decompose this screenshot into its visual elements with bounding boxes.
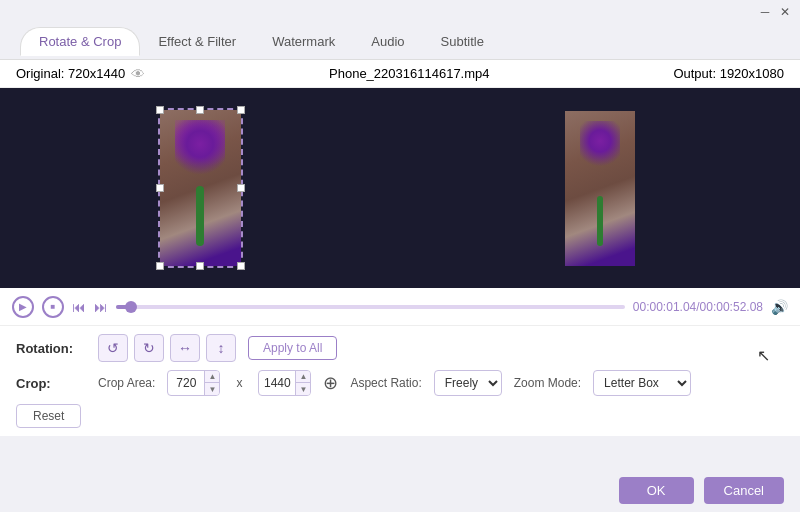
next-frame-button[interactable]: ⏭	[94, 299, 108, 315]
minimize-button[interactable]: ─	[758, 5, 772, 19]
input-video-content	[160, 110, 241, 266]
apply-to-all-button[interactable]: Apply to All	[248, 336, 337, 360]
header-info: Original: 720x1440 👁 Phone_220316114617.…	[0, 60, 800, 88]
zoom-mode-label: Zoom Mode:	[514, 376, 581, 390]
output-flower	[580, 121, 620, 171]
tab-rotate-crop[interactable]: Rotate & Crop	[20, 27, 140, 56]
zoom-mode-select[interactable]: Letter Box Pan & Scan Full	[593, 370, 691, 396]
prev-frame-button[interactable]: ⏮	[72, 299, 86, 315]
aspect-ratio-select[interactable]: Freely 16:9 4:3 1:1 9:16	[434, 370, 502, 396]
crop-handle-tr[interactable]	[237, 106, 245, 114]
crop-width-input[interactable]	[168, 376, 204, 390]
crop-handle-br[interactable]	[237, 262, 245, 270]
crop-handle-tm[interactable]	[196, 106, 204, 114]
tab-audio[interactable]: Audio	[353, 28, 422, 55]
height-down-button[interactable]: ▼	[296, 383, 310, 396]
progress-bar-container[interactable]	[116, 305, 625, 309]
footer: OK Cancel	[0, 468, 800, 512]
aspect-ratio-label: Aspect Ratio:	[350, 376, 421, 390]
crop-height-input[interactable]	[259, 376, 295, 390]
cancel-button[interactable]: Cancel	[704, 477, 784, 504]
height-spinners: ▲ ▼	[295, 370, 310, 396]
crop-handle-bl[interactable]	[156, 262, 164, 270]
stop-button[interactable]: ■	[42, 296, 64, 318]
flower-overlay	[175, 120, 225, 180]
crop-handle-ml[interactable]	[156, 184, 164, 192]
progress-dot	[125, 301, 137, 313]
crop-handle-mr[interactable]	[237, 184, 245, 192]
cursor-arrow: ↖	[757, 346, 770, 365]
time-display: 00:00:01.04/00:00:52.08	[633, 300, 763, 314]
output-stem	[597, 196, 603, 246]
time-current: 00:00:01.04	[633, 300, 696, 314]
output-video-panel	[400, 88, 800, 288]
height-up-button[interactable]: ▲	[296, 370, 310, 383]
rotation-label: Rotation:	[16, 341, 86, 356]
center-crop-icon[interactable]: ⊕	[323, 372, 338, 394]
input-video-panel	[0, 88, 400, 288]
time-total: 00:00:52.08	[700, 300, 763, 314]
width-down-button[interactable]: ▼	[205, 383, 219, 396]
dimension-separator: x	[232, 376, 246, 390]
original-size-label: Original: 720x1440	[16, 66, 125, 81]
rotation-row: Rotation: ↺ ↻ ↔ ↕ Apply to All	[16, 334, 784, 362]
crop-area-label: Crop Area:	[98, 376, 155, 390]
flip-vertical-button[interactable]: ↕	[206, 334, 236, 362]
video-area	[0, 88, 800, 288]
crop-handle-tl[interactable]	[156, 106, 164, 114]
tab-bar: Rotate & Crop Effect & Filter Watermark …	[0, 24, 800, 60]
close-button[interactable]: ✕	[778, 5, 792, 19]
crop-width-input-group: ▲ ▼	[167, 370, 220, 396]
output-size-label: Output: 1920x1080	[673, 66, 784, 81]
width-up-button[interactable]: ▲	[205, 370, 219, 383]
play-button[interactable]: ▶	[12, 296, 34, 318]
reset-row: Reset	[16, 404, 784, 428]
filename-label: Phone_220316114617.mp4	[329, 66, 489, 81]
crop-handle-bm[interactable]	[196, 262, 204, 270]
volume-icon[interactable]: 🔊	[771, 299, 788, 315]
tab-effect-filter[interactable]: Effect & Filter	[140, 28, 254, 55]
flower-stem	[196, 186, 204, 246]
tab-subtitle[interactable]: Subtitle	[423, 28, 502, 55]
rotation-buttons: ↺ ↻ ↔ ↕	[98, 334, 236, 362]
crop-row: Crop: Crop Area: ▲ ▼ x ▲ ▼ ⊕ Aspect Rati…	[16, 370, 784, 396]
reset-button[interactable]: Reset	[16, 404, 81, 428]
flip-horizontal-button[interactable]: ↔	[170, 334, 200, 362]
playback-bar: ▶ ■ ⏮ ⏭ 00:00:01.04/00:00:52.08 🔊	[0, 288, 800, 326]
input-video-thumb	[158, 108, 243, 268]
crop-label: Crop:	[16, 376, 86, 391]
crop-height-input-group: ▲ ▼	[258, 370, 311, 396]
controls-area: Rotation: ↺ ↻ ↔ ↕ Apply to All Crop: Cro…	[0, 326, 800, 436]
rotate-cw-button[interactable]: ↻	[134, 334, 164, 362]
output-video-thumb	[565, 111, 635, 266]
eye-icon[interactable]: 👁	[131, 66, 145, 82]
rotate-ccw-button[interactable]: ↺	[98, 334, 128, 362]
width-spinners: ▲ ▼	[204, 370, 219, 396]
ok-button[interactable]: OK	[619, 477, 694, 504]
tab-watermark[interactable]: Watermark	[254, 28, 353, 55]
title-bar: ─ ✕	[0, 0, 800, 24]
